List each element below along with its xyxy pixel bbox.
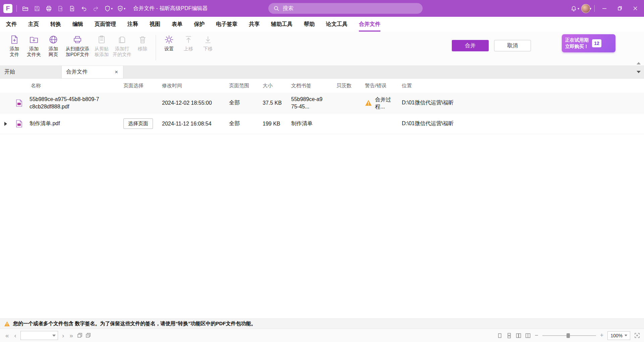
zoom-in-button[interactable]: + (600, 332, 604, 339)
button-label: 添加 (49, 46, 58, 52)
modified-time: 2024-12-02 18:55:00 (159, 97, 226, 109)
zoom-slider[interactable] (542, 335, 596, 336)
protect-mode-menu[interactable]: ▾ (103, 3, 113, 13)
menu-comment[interactable]: 注释 (127, 17, 138, 32)
zoom-out-button[interactable]: − (535, 332, 538, 339)
menu-convert[interactable]: 转换 (50, 17, 61, 32)
select-pages-button[interactable]: 选择页面 (123, 118, 153, 129)
collapse-ribbon-icon[interactable] (637, 62, 641, 64)
table-row[interactable]: 55b989ce-a975-45b8-b809-7c8cb28df888.pdf… (0, 93, 644, 113)
menu-edit[interactable]: 编辑 (72, 17, 83, 32)
menu-accessibility[interactable]: 辅助工具 (271, 17, 292, 32)
first-page-button[interactable]: « (4, 332, 10, 339)
print-icon[interactable] (44, 3, 53, 13)
book-view-icon[interactable] (525, 333, 531, 338)
titlebar: F (0, 0, 644, 17)
trial-banner[interactable]: 正在试用期 立即购买！ 12 (562, 34, 615, 52)
zoom-slider-thumb[interactable] (567, 333, 570, 338)
tab-close-icon[interactable]: × (114, 69, 119, 75)
open-file-icon[interactable] (21, 3, 30, 13)
add-webpage-button[interactable]: 添加网页 (44, 34, 63, 58)
save-icon[interactable] (33, 3, 41, 13)
merge-button[interactable]: 合并 (452, 40, 489, 51)
undo-icon[interactable] (79, 3, 88, 13)
minimize-button[interactable] (598, 3, 611, 14)
tab-merge-files[interactable]: 合并文件 × (62, 66, 123, 78)
warning-text: 合并过程... (375, 96, 393, 110)
row-expander-cell[interactable] (0, 122, 11, 126)
page-range: 全部 (226, 97, 260, 109)
table-row[interactable]: 制作清单.pdf 选择页面 2024-11-12 16:08:54 全部 199… (0, 113, 644, 134)
button-label: 添加 (10, 46, 19, 52)
menu-file[interactable]: 文件 (6, 17, 17, 32)
menu-form[interactable]: 表单 (172, 17, 182, 32)
tab-start[interactable]: 开始 (0, 66, 62, 78)
snapshot-icon[interactable] (77, 333, 83, 338)
notifications-menu[interactable]: ▾ (570, 3, 579, 13)
menu-home[interactable]: 主页 (28, 17, 39, 32)
button-label: 下移 (203, 46, 213, 52)
single-page-view-icon[interactable] (497, 333, 502, 338)
column-name[interactable]: 名称 (27, 83, 121, 89)
add-from-scanner-button[interactable]: 从扫描仪添加PDF文件 (63, 34, 92, 58)
menu-page-management[interactable]: 页面管理 (95, 17, 116, 32)
warning-icon (365, 100, 372, 106)
menu-view[interactable]: 视图 (150, 17, 160, 32)
button-label: 文件夹 (27, 52, 41, 57)
next-page-button[interactable]: › (61, 332, 65, 339)
bates-number (334, 121, 362, 127)
add-open-files-button[interactable]: 添加打开的文件 (111, 34, 133, 58)
menu-esign[interactable]: 电子签章 (216, 17, 237, 32)
zoom-level-control[interactable]: 100% (607, 331, 630, 340)
button-label: 添加 (27, 46, 41, 52)
column-modified[interactable]: 修改时间 (159, 83, 226, 89)
move-up-button[interactable]: 上移 (179, 34, 198, 52)
pdf-file-icon (11, 120, 27, 128)
add-files-button[interactable]: 添加文件 (5, 34, 24, 58)
column-location[interactable]: 位置 (399, 83, 644, 89)
scanner-icon (73, 35, 82, 44)
page-number-field[interactable] (20, 331, 58, 340)
trust-status-menu[interactable]: ▾ (116, 3, 125, 13)
expand-row-icon (4, 122, 7, 126)
button-label: 从剪贴 (95, 46, 109, 52)
column-bates[interactable]: 贝茨数 (334, 83, 362, 89)
account-menu[interactable]: ▾ (581, 4, 591, 13)
menu-paper-tools[interactable]: 论文工具 (326, 17, 347, 32)
redo-icon[interactable] (91, 3, 100, 13)
bookmark: 55b989ce-a975-45... (291, 96, 325, 110)
menu-help[interactable]: 帮助 (304, 17, 315, 32)
cancel-button[interactable]: 取消 (494, 40, 531, 51)
fullscreen-icon[interactable] (634, 333, 640, 338)
column-page-range[interactable]: 页面范围 (226, 83, 260, 89)
add-from-clipboard-button[interactable]: 从剪贴板添加 (92, 34, 111, 58)
menu-protect[interactable]: 保护 (194, 17, 205, 32)
move-down-button[interactable]: 下移 (198, 34, 218, 52)
continuous-view-icon[interactable] (506, 333, 512, 338)
column-warning[interactable]: 警告/错误 (362, 83, 399, 89)
titlebar-separator (16, 5, 17, 12)
column-bookmark[interactable]: 文档书签 (288, 83, 334, 89)
search-input[interactable]: 搜索 (268, 3, 423, 14)
settings-button[interactable]: 设置 (159, 34, 179, 52)
shield-check-icon (116, 3, 124, 13)
menu-share[interactable]: 共享 (249, 17, 260, 32)
clipboard-copy-icon[interactable] (86, 333, 91, 338)
user-avatar (581, 4, 590, 13)
menu-merge-files[interactable]: 合并文件 (359, 17, 380, 32)
two-page-view-icon[interactable] (516, 333, 521, 338)
last-page-button[interactable]: » (68, 332, 74, 339)
application-window: F (0, 0, 644, 342)
restore-button[interactable] (613, 3, 627, 14)
export-file-icon[interactable] (56, 3, 65, 13)
page-number-input[interactable] (21, 331, 50, 340)
add-folder-button[interactable]: 添加文件夹 (24, 34, 44, 58)
column-size[interactable]: 大小 (260, 83, 288, 89)
create-pdf-icon[interactable] (68, 3, 76, 13)
previous-page-button[interactable]: ‹ (13, 332, 18, 339)
remove-button[interactable]: 移除 (133, 34, 152, 52)
tab-list-dropdown-icon[interactable] (637, 71, 641, 73)
button-label: 加PDF文件 (66, 52, 89, 57)
column-page-select[interactable]: 页面选择 (121, 83, 159, 89)
close-button[interactable] (629, 3, 642, 14)
